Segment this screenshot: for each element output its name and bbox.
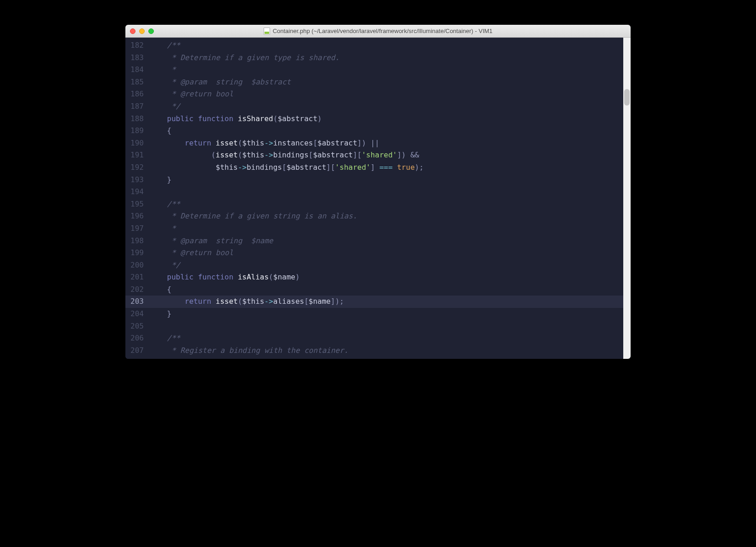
code-content: /** <box>149 198 180 211</box>
line-number: 192 <box>125 162 149 174</box>
line-number: 196 <box>125 210 149 223</box>
titlebar[interactable]: Container.php (~/Laravel/vendor/laravel/… <box>125 25 631 38</box>
code-content: */ <box>149 259 180 272</box>
code-content: * @param string $abstract <box>149 76 291 89</box>
line-number: 190 <box>125 137 149 150</box>
code-line[interactable]: 188 public function isShared($abstract) <box>125 113 631 125</box>
line-number: 194 <box>125 186 149 198</box>
scrollbar-thumb[interactable] <box>624 89 630 106</box>
line-number: 206 <box>125 332 149 345</box>
zoom-icon[interactable] <box>148 28 154 34</box>
close-icon[interactable] <box>130 28 135 34</box>
code-line[interactable]: 201 public function isAlias($name) <box>125 271 631 284</box>
code-line[interactable]: 190 return isset($this->instances[$abstr… <box>125 137 631 150</box>
code-line[interactable]: 196 * Determine if a given string is an … <box>125 210 631 223</box>
file-icon <box>264 28 270 35</box>
line-number: 200 <box>125 259 149 272</box>
line-number: 204 <box>125 308 149 320</box>
vertical-scrollbar[interactable] <box>623 38 631 359</box>
editor-window: Container.php (~/Laravel/vendor/laravel/… <box>125 25 631 359</box>
code-line[interactable]: 185 * @param string $abstract <box>125 76 631 89</box>
code-content: */ <box>149 100 180 113</box>
code-line[interactable]: 204 } <box>125 308 631 320</box>
code-content: * @param string $name <box>149 235 273 247</box>
code-line[interactable]: 182 /** <box>125 39 631 52</box>
line-number: 182 <box>125 39 149 52</box>
line-number: 193 <box>125 174 149 186</box>
line-number: 199 <box>125 247 149 259</box>
line-number: 205 <box>125 320 149 333</box>
line-number: 183 <box>125 52 149 64</box>
line-number: 197 <box>125 223 149 235</box>
code-line[interactable]: 200 */ <box>125 259 631 272</box>
code-line[interactable]: 199 * @return bool <box>125 247 631 259</box>
line-number: 184 <box>125 64 149 76</box>
code-line[interactable]: 187 */ <box>125 100 631 113</box>
code-content: * @return bool <box>149 247 233 259</box>
window-title-wrap: Container.php (~/Laravel/vendor/laravel/… <box>125 28 631 35</box>
code-line[interactable]: 207 * Register a binding with the contai… <box>125 345 631 357</box>
code-content: return isset($this->aliases[$name]); <box>149 296 344 308</box>
code-content: /** <box>149 332 180 345</box>
code-line[interactable]: 202 { <box>125 284 631 296</box>
code-content: * <box>149 64 176 76</box>
code-line[interactable]: 198 * @param string $name <box>125 235 631 247</box>
minimize-icon[interactable] <box>139 28 145 34</box>
code-line[interactable]: 192 $this->bindings[$abstract]['shared']… <box>125 162 631 174</box>
code-line[interactable]: 189 { <box>125 125 631 137</box>
code-content: { <box>149 125 171 137</box>
code-editor[interactable]: 182 /**183 * Determine if a given type i… <box>125 38 631 359</box>
code-line[interactable]: 197 * <box>125 223 631 235</box>
code-line[interactable]: 184 * <box>125 64 631 76</box>
code-line[interactable]: 205 <box>125 320 631 333</box>
code-content: $this->bindings[$abstract]['shared'] ===… <box>149 162 423 174</box>
code-line[interactable]: 195 /** <box>125 198 631 211</box>
line-number: 186 <box>125 88 149 100</box>
code-line[interactable]: 183 * Determine if a given type is share… <box>125 52 631 64</box>
line-number: 187 <box>125 100 149 113</box>
line-number: 188 <box>125 113 149 125</box>
line-number: 189 <box>125 125 149 137</box>
line-number: 198 <box>125 235 149 247</box>
line-number: 195 <box>125 198 149 211</box>
code-lines: 182 /**183 * Determine if a given type i… <box>125 38 631 357</box>
code-line[interactable]: 203 return isset($this->aliases[$name]); <box>125 296 631 308</box>
code-content: (isset($this->bindings[$abstract]['share… <box>149 149 419 162</box>
line-number: 202 <box>125 284 149 296</box>
line-number: 185 <box>125 76 149 89</box>
code-content: return isset($this->instances[$abstract]… <box>149 137 379 150</box>
line-number: 207 <box>125 345 149 357</box>
line-number: 203 <box>125 296 149 308</box>
line-number: 201 <box>125 271 149 284</box>
code-content: * Determine if a given string is an alia… <box>149 210 357 223</box>
code-content: * Register a binding with the container. <box>149 345 348 357</box>
code-content: { <box>149 284 171 296</box>
code-content: public function isAlias($name) <box>149 271 300 284</box>
code-line[interactable]: 194 <box>125 186 631 198</box>
code-line[interactable]: 186 * @return bool <box>125 88 631 100</box>
window-title: Container.php (~/Laravel/vendor/laravel/… <box>273 28 493 34</box>
code-content: /** <box>149 39 180 52</box>
code-content: public function isShared($abstract) <box>149 113 322 125</box>
code-line[interactable]: 206 /** <box>125 332 631 345</box>
code-content: * <box>149 223 176 235</box>
line-number: 191 <box>125 149 149 162</box>
code-content: * Determine if a given type is shared. <box>149 52 339 64</box>
code-line[interactable]: 191 (isset($this->bindings[$abstract]['s… <box>125 149 631 162</box>
traffic-lights <box>130 28 154 34</box>
code-line[interactable]: 193 } <box>125 174 631 186</box>
code-content: } <box>149 308 171 320</box>
code-content: } <box>149 174 171 186</box>
code-content: * @return bool <box>149 88 233 100</box>
